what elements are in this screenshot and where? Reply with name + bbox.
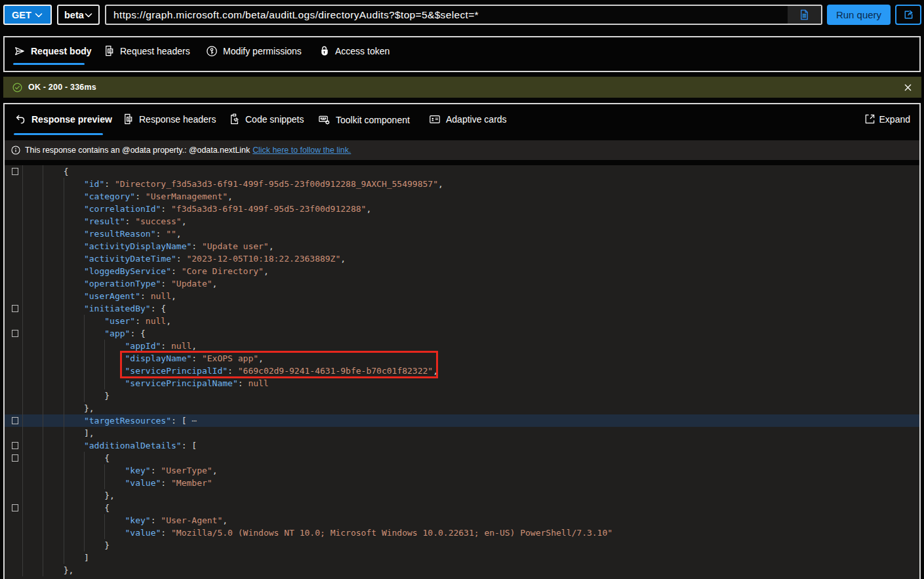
code-text: "key": "UserType",: [22, 464, 217, 477]
share-icon: [902, 9, 915, 21]
active-tab-underline: [14, 133, 103, 135]
info-icon: [11, 146, 20, 155]
api-version-dropdown[interactable]: beta: [57, 5, 100, 25]
code-text: ],: [22, 427, 94, 439]
tab-request-body[interactable]: Request body: [14, 45, 92, 57]
fold-toggle-icon[interactable]: [12, 330, 18, 337]
code-text: "initiatedBy": {: [22, 302, 166, 315]
code-line: "category": "UserManagement",: [5, 190, 919, 203]
code-text: "loggedByService": "Core Directory",: [22, 265, 269, 277]
close-icon[interactable]: [904, 83, 912, 92]
code-text: "resultReason": "",: [22, 228, 182, 240]
document-icon: [799, 9, 810, 20]
code-text: "activityDisplayName": "Update user",: [22, 240, 274, 252]
fold-toggle-icon[interactable]: [12, 305, 18, 312]
code-line: {: [5, 452, 919, 464]
expand-icon: [864, 113, 875, 125]
tab-label: Request headers: [120, 46, 190, 56]
code-line: },: [5, 489, 919, 502]
code-text: "user": null,: [22, 315, 171, 327]
code-line: "app": {: [5, 327, 919, 340]
code-line: "servicePrincipalName": null: [5, 377, 919, 389]
code-text: "result": "success",: [22, 215, 186, 228]
lock-icon: [319, 45, 330, 56]
code-line: "key": "UserType",: [5, 464, 919, 477]
code-text: "activityDateTime": "2023-12-05T10:18:22…: [22, 252, 346, 265]
code-line: ],: [5, 427, 919, 439]
fold-toggle-icon[interactable]: [12, 442, 18, 449]
share-query-button[interactable]: [895, 5, 921, 25]
code-text: },: [22, 564, 73, 576]
http-method-dropdown[interactable]: GET: [3, 5, 52, 25]
fold-toggle-icon[interactable]: [12, 504, 18, 511]
sample-queries-button[interactable]: [788, 6, 821, 24]
code-text: "correlationId": "f3d5a3d3-6f91-499f-95d…: [22, 203, 371, 215]
code-line: "initiatedBy": {: [5, 302, 919, 315]
tab-access-token[interactable]: Access token: [319, 45, 390, 56]
code-text: "servicePrincipalId": "669c02d9-9241-463…: [22, 365, 438, 377]
odata-info-banner: This response contains an @odata propert…: [5, 140, 919, 160]
tab-label: Toolkit component: [336, 115, 410, 125]
code-text: {: [22, 502, 110, 514]
tab-label: Response headers: [139, 114, 216, 125]
tab-response-preview[interactable]: Response preview: [14, 113, 112, 125]
code-line: "servicePrincipalId": "669c02d9-9241-463…: [5, 365, 919, 377]
tab-toolkit-component[interactable]: Toolkit component: [318, 113, 410, 126]
code-text: "value": "Mozilla/5.0 (Windows NT 10.0; …: [22, 527, 613, 539]
code-line: "value": "Mozilla/5.0 (Windows NT 10.0; …: [5, 527, 919, 539]
code-text: {: [22, 165, 68, 178]
code-line: "displayName": "ExOPS app",: [5, 352, 919, 365]
fold-toggle-icon[interactable]: [12, 417, 18, 424]
code-text: ]: [22, 551, 89, 564]
query-url-input[interactable]: https://graph.microsoft.com/beta/auditLo…: [105, 5, 822, 25]
code-text: "app": {: [22, 327, 146, 340]
tab-response-headers[interactable]: Response headers: [123, 113, 216, 125]
tab-modify-permissions[interactable]: Modify permissions: [206, 45, 302, 57]
query-url-value[interactable]: https://graph.microsoft.com/beta/auditLo…: [106, 9, 788, 21]
api-version-label: beta: [64, 10, 84, 20]
code-line: },: [5, 402, 919, 414]
code-text: "operationType": "Update",: [22, 277, 217, 290]
code-line: "result": "success",: [5, 215, 919, 228]
undo-arrow-icon: [14, 113, 26, 125]
code-text: "displayName": "ExOPS app",: [22, 352, 264, 365]
tab-label: Access token: [335, 46, 390, 56]
response-status-bar: OK - 200 - 336ms: [3, 77, 921, 98]
code-text: },: [22, 402, 94, 414]
run-query-button[interactable]: Run query: [827, 5, 891, 25]
code-text: "category": "UserManagement",: [22, 190, 233, 203]
code-text: "appId": null,: [22, 340, 197, 352]
card-icon: [429, 113, 441, 125]
tab-request-headers[interactable]: Request headers: [104, 45, 190, 56]
code-line: "additionalDetails": [: [5, 439, 919, 452]
request-section: Request body Request headers Modify perm…: [3, 36, 921, 72]
response-json-editor[interactable]: { "id": "Directory_f3d5a3d3-6f91-499f-95…: [5, 165, 919, 579]
expand-response-button[interactable]: Expand: [864, 113, 910, 125]
send-icon: [14, 45, 26, 57]
code-line: "id": "Directory_f3d5a3d3-6f91-499f-95d5…: [5, 178, 919, 190]
code-text: "value": "Member": [22, 477, 212, 489]
code-text: "id": "Directory_f3d5a3d3-6f91-499f-95d5…: [22, 178, 443, 190]
document-icon: [104, 45, 115, 56]
chevron-down-icon: [34, 10, 43, 20]
code-line: "userAgent": null,: [5, 290, 919, 302]
status-message: OK - 200 - 336ms: [28, 83, 96, 92]
tab-adaptive-cards[interactable]: Adaptive cards: [429, 113, 507, 125]
http-method-label: GET: [12, 10, 31, 20]
code-line: "user": null,: [5, 315, 919, 327]
active-tab-underline: [13, 63, 85, 65]
tab-code-snippets[interactable]: Code snippets: [229, 113, 304, 125]
tab-label: Response preview: [31, 114, 112, 125]
follow-link[interactable]: Click here to follow the link.: [252, 146, 351, 155]
fold-toggle-icon[interactable]: [12, 168, 18, 175]
fold-toggle-icon[interactable]: [12, 454, 18, 462]
code-text: "targetResources": [ ⋯: [22, 414, 197, 427]
code-line: "loggedByService": "Core Directory",: [5, 265, 919, 277]
code-text: "userAgent": null,: [22, 290, 176, 302]
code-line: "appId": null,: [5, 340, 919, 352]
code-line-highlighted: "targetResources": [ ⋯: [5, 414, 919, 427]
code-line: "activityDateTime": "2023-12-05T10:18:22…: [5, 252, 919, 265]
code-line: },: [5, 564, 919, 576]
code-line: {: [5, 165, 919, 178]
code-text: "additionalDetails": [: [22, 439, 197, 452]
